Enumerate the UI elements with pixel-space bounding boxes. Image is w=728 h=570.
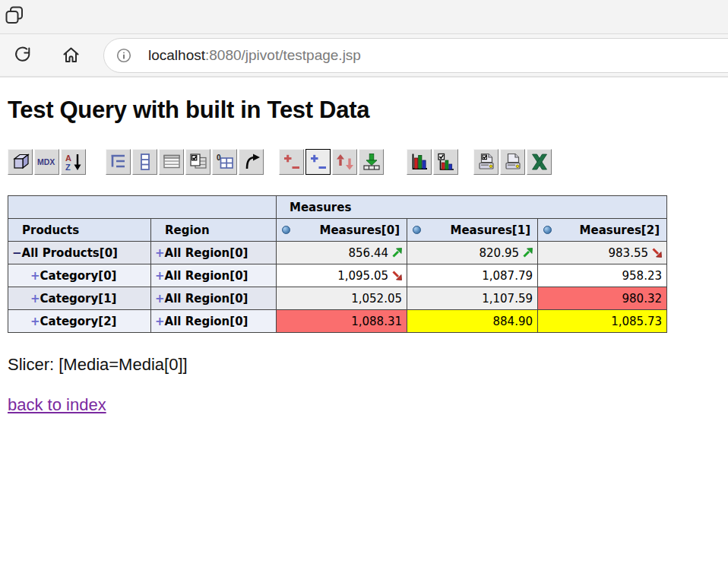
toolbar-group-drill: [279, 149, 384, 175]
chart-config-icon: [436, 152, 456, 172]
collapse-icon[interactable]: −: [12, 246, 22, 260]
back-to-index-link[interactable]: back to index: [8, 395, 106, 415]
bar-chart-icon: [410, 152, 429, 172]
region-column-header: Region: [151, 219, 277, 242]
region-member-cell: +All Region[0]: [151, 242, 277, 264]
product-member-cell: +Category[1]: [8, 287, 151, 310]
expand-icon[interactable]: +: [30, 315, 40, 328]
expand-icon[interactable]: +: [155, 269, 165, 283]
member-sphere-icon[interactable]: [282, 226, 290, 234]
pivot-toolbar: MDX A Z: [8, 149, 728, 175]
url-text: localhost:8080/jpivot/testpage.jsp: [148, 47, 361, 64]
table-row: +Category[2] +All Region[0] 1,088.31 884…: [8, 310, 667, 333]
measures-axis-header: Measures: [277, 196, 667, 219]
url-path: :8080/jpivot/testpage.jsp: [205, 47, 361, 63]
trend-up-icon: [392, 248, 402, 258]
data-cell-alert: 980.32: [538, 287, 667, 310]
hide-spans-button[interactable]: [132, 149, 157, 175]
suppress-empty-cells-button[interactable]: [185, 149, 210, 175]
print-pdf-button[interactable]: [500, 149, 525, 175]
chart-config-button[interactable]: [433, 149, 458, 175]
excel-icon: [530, 152, 549, 172]
trend-up-icon: [523, 248, 533, 258]
parent-members-icon: [109, 152, 128, 172]
member-sphere-icon[interactable]: [543, 226, 552, 234]
pivot-table: Measures Products Region Measures[0] Mea…: [8, 195, 667, 333]
url-host: localhost: [148, 47, 205, 63]
drill-through-button[interactable]: [359, 149, 384, 175]
data-cell-warning: 884.90: [407, 310, 538, 333]
drill-position-icon: [309, 152, 328, 172]
show-parent-members-button[interactable]: [106, 149, 131, 175]
export-excel-button[interactable]: [527, 149, 552, 175]
print-config-button[interactable]: [473, 149, 499, 175]
measure-0-header: Measures[0]: [277, 219, 407, 242]
swap-axes-icon: [242, 152, 261, 172]
navigation-bar: localhost:8080/jpivot/testpage.jsp: [0, 34, 728, 78]
show-properties-button[interactable]: [159, 149, 184, 175]
data-cell: 1,107.59: [407, 287, 538, 310]
svg-text:MDX: MDX: [37, 157, 55, 166]
product-member-cell: +Category[0]: [8, 264, 151, 287]
data-cell: 820.95: [407, 242, 538, 264]
region-member-cell: +All Region[0]: [151, 264, 277, 287]
tab-strip: [0, 0, 728, 34]
mdx-editor-button[interactable]: MDX: [34, 149, 59, 175]
hide-spans-icon: [135, 152, 155, 172]
show-chart-button[interactable]: [407, 149, 432, 175]
page-title: Test Query with built in Test Data: [8, 97, 728, 124]
toolbar-group-export: [473, 149, 552, 175]
data-cell: 983.55: [538, 242, 667, 264]
product-member-cell: +Category[2]: [8, 310, 151, 333]
svg-text:Z: Z: [65, 163, 71, 172]
drill-position-button[interactable]: [305, 149, 331, 175]
trend-down-icon: [652, 248, 662, 258]
column-header-row: Products Region Measures[0] Measures[1] …: [8, 219, 667, 242]
expand-icon[interactable]: +: [155, 292, 165, 306]
drill-member-icon: [282, 152, 302, 172]
browser-chrome: localhost:8080/jpivot/testpage.jsp: [0, 0, 728, 78]
axis-header-row: Measures: [8, 196, 667, 219]
table-row: +Category[1] +All Region[0] 1,052.05 1,1…: [8, 287, 667, 310]
data-cell-warning: 1,085.73: [538, 310, 667, 333]
print-pdf-icon: [503, 152, 523, 172]
properties-table-icon: [162, 152, 182, 172]
data-cell-alert: 1,088.31: [277, 310, 407, 333]
stacked-windows-icon[interactable]: [4, 5, 25, 29]
cube-navigator-button[interactable]: [8, 149, 33, 175]
drill-replace-icon: [335, 152, 355, 172]
print-config-icon: [476, 152, 496, 172]
svg-text:A: A: [65, 154, 71, 163]
home-icon[interactable]: [58, 43, 84, 68]
data-cell: 1,095.05: [277, 264, 407, 287]
measure-2-header: Measures[2]: [538, 219, 667, 242]
suppress-empty-icon: [188, 152, 208, 172]
sort-options-button[interactable]: A Z: [61, 149, 86, 175]
region-member-cell: +All Region[0]: [151, 310, 277, 333]
zero-grid-icon: 0: [215, 152, 235, 172]
expand-icon[interactable]: +: [30, 269, 40, 283]
products-column-header: Products: [8, 219, 151, 242]
region-member-cell: +All Region[0]: [151, 287, 277, 310]
product-member-cell: −All Products[0]: [8, 242, 151, 264]
data-cell: 856.44: [277, 242, 407, 264]
drill-through-icon: [362, 152, 381, 172]
page-content: Test Query with built in Test Data MDX A…: [0, 97, 728, 415]
swap-axes-button[interactable]: [239, 149, 264, 175]
info-icon[interactable]: [116, 48, 131, 63]
refresh-icon[interactable]: [9, 43, 35, 68]
expand-icon[interactable]: +: [30, 292, 40, 306]
cube-icon: [11, 152, 30, 172]
expand-icon[interactable]: +: [155, 315, 165, 328]
member-sphere-icon[interactable]: [413, 226, 421, 234]
toolbar-group-navigation: MDX A Z: [8, 149, 86, 175]
drill-replace-button[interactable]: [332, 149, 357, 175]
toolbar-group-display: 0: [106, 149, 264, 175]
address-bar[interactable]: localhost:8080/jpivot/testpage.jsp: [103, 38, 728, 73]
show-zero-values-button[interactable]: 0: [212, 149, 237, 175]
toolbar-group-chart: [407, 149, 458, 175]
drill-member-button[interactable]: [279, 149, 304, 175]
mdx-icon: MDX: [36, 152, 58, 172]
expand-icon[interactable]: +: [155, 246, 165, 260]
table-row: −All Products[0] +All Region[0] 856.44 8…: [8, 242, 667, 264]
